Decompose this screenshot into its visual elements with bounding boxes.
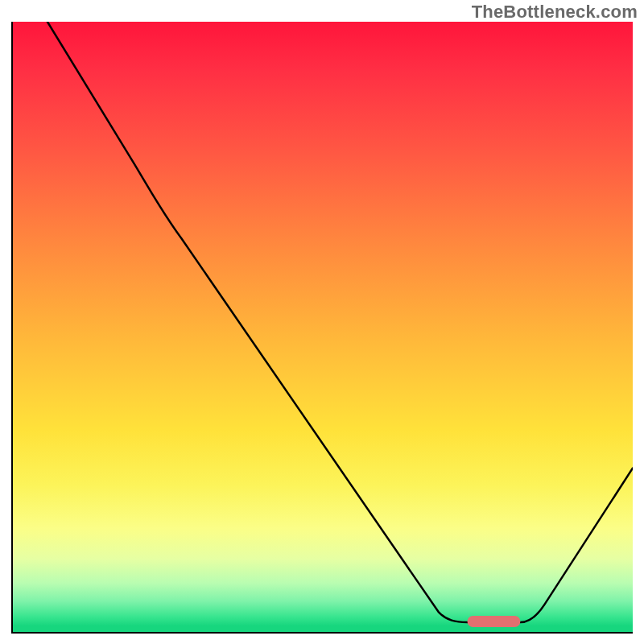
curve-layer <box>13 22 633 632</box>
watermark-label: TheBottleneck.com <box>472 2 638 23</box>
plot-area <box>11 22 633 634</box>
chart-container: TheBottleneck.com <box>0 0 644 644</box>
optimal-marker <box>468 616 521 627</box>
bottleneck-curve <box>47 22 633 622</box>
